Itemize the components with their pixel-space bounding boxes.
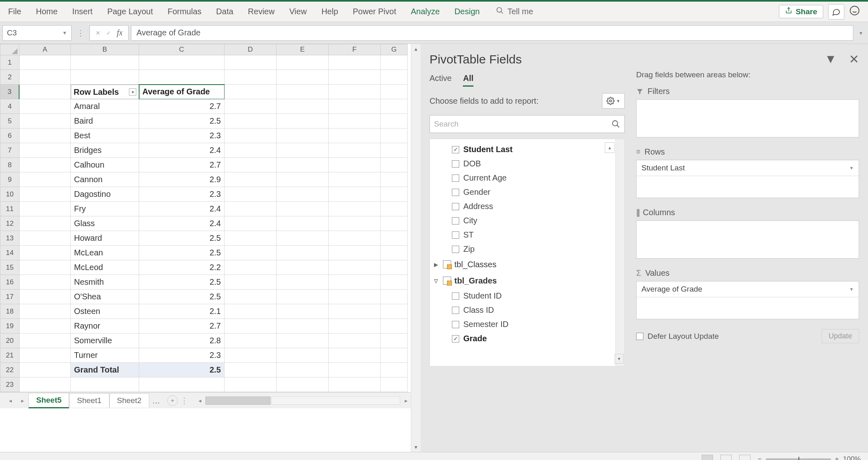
field-item[interactable]: Semester ID xyxy=(432,317,613,331)
cell[interactable] xyxy=(381,290,408,304)
cell[interactable] xyxy=(225,304,277,319)
field-item[interactable]: Gender xyxy=(432,185,613,199)
cell[interactable] xyxy=(225,143,277,158)
row-header[interactable]: 8 xyxy=(0,158,20,172)
cell[interactable] xyxy=(225,290,277,304)
grid-body[interactable]: 123Row Labels▾Average of Grade4Amaral2.7… xyxy=(0,55,411,392)
cell[interactable] xyxy=(225,216,277,231)
cell[interactable] xyxy=(277,363,329,377)
cell[interactable]: 2.7 xyxy=(139,158,225,172)
cell[interactable] xyxy=(277,246,329,260)
cell[interactable] xyxy=(381,114,408,129)
col-header-b[interactable]: B xyxy=(71,44,139,55)
row-header[interactable]: 13 xyxy=(0,231,20,246)
cell[interactable]: Nesmith xyxy=(71,275,139,290)
sheet-tab-sheet2[interactable]: Sheet2 xyxy=(109,393,149,408)
cell[interactable] xyxy=(329,304,381,319)
cell[interactable] xyxy=(20,334,71,348)
cell[interactable] xyxy=(329,114,381,129)
cell[interactable]: 2.3 xyxy=(139,348,225,363)
cell[interactable] xyxy=(225,377,277,392)
cell[interactable] xyxy=(20,85,71,99)
cell[interactable] xyxy=(381,158,408,172)
panel-tab-all[interactable]: All xyxy=(463,74,473,87)
row-header[interactable]: 23 xyxy=(0,377,20,392)
cell[interactable]: Grand Total xyxy=(71,363,139,377)
field-checkbox[interactable] xyxy=(452,174,459,182)
cell[interactable] xyxy=(225,363,277,377)
rows-dropzone[interactable]: Student Last ▼ xyxy=(636,160,859,198)
cell[interactable] xyxy=(225,275,277,290)
cell[interactable] xyxy=(329,348,381,363)
cell[interactable] xyxy=(20,377,71,392)
cell[interactable] xyxy=(381,99,408,114)
row-header[interactable]: 1 xyxy=(0,55,20,70)
cell[interactable] xyxy=(20,158,71,172)
cell[interactable] xyxy=(329,55,381,70)
cell[interactable] xyxy=(277,202,329,216)
cell[interactable] xyxy=(329,216,381,231)
tab-review[interactable]: Review xyxy=(248,7,275,16)
tab-nav-prev[interactable]: ◂ xyxy=(4,397,16,404)
tab-resize[interactable]: ⋮ xyxy=(178,396,191,405)
cell[interactable] xyxy=(381,319,408,334)
cell[interactable]: 2.5 xyxy=(139,290,225,304)
cell[interactable] xyxy=(20,70,71,85)
cell[interactable] xyxy=(277,143,329,158)
field-checkbox[interactable] xyxy=(452,321,459,328)
expand-icon[interactable]: ▸ xyxy=(434,259,440,269)
cell[interactable] xyxy=(329,187,381,202)
cell[interactable] xyxy=(71,55,139,70)
cell[interactable] xyxy=(277,231,329,246)
field-item[interactable]: Student ID xyxy=(432,289,613,303)
cell[interactable] xyxy=(381,143,408,158)
cell[interactable] xyxy=(277,70,329,85)
cell[interactable]: 2.4 xyxy=(139,143,225,158)
cell[interactable] xyxy=(277,187,329,202)
row-header[interactable]: 6 xyxy=(0,129,20,143)
cell[interactable] xyxy=(139,377,225,392)
field-checkbox[interactable] xyxy=(452,335,459,342)
comments-button[interactable] xyxy=(828,4,844,20)
row-header[interactable]: 22 xyxy=(0,363,20,377)
row-header[interactable]: 18 xyxy=(0,304,20,319)
cell[interactable]: Dagostino xyxy=(71,187,139,202)
cell[interactable] xyxy=(329,158,381,172)
cell[interactable] xyxy=(329,129,381,143)
filter-chevron-icon[interactable]: ▾ xyxy=(129,88,136,96)
vertical-scrollbar[interactable]: ▴ ▾ xyxy=(411,44,421,452)
cell[interactable] xyxy=(329,143,381,158)
cell[interactable] xyxy=(329,99,381,114)
rows-item-student-last[interactable]: Student Last ▼ xyxy=(637,160,859,176)
cell[interactable]: Amaral xyxy=(71,99,139,114)
field-checkbox[interactable] xyxy=(452,217,459,225)
cell[interactable]: O'Shea xyxy=(71,290,139,304)
cell[interactable]: 2.9 xyxy=(139,172,225,187)
col-header-e[interactable]: E xyxy=(277,44,329,55)
select-all-corner[interactable] xyxy=(0,44,20,55)
row-header[interactable]: 15 xyxy=(0,260,20,275)
cell[interactable] xyxy=(329,260,381,275)
name-box[interactable]: C3 ▼ xyxy=(2,25,72,41)
cell[interactable]: Bridges xyxy=(71,143,139,158)
hscroll-track[interactable] xyxy=(271,397,400,405)
zoom-value[interactable]: 100% xyxy=(843,455,861,460)
cell[interactable] xyxy=(381,70,408,85)
cell[interactable] xyxy=(20,216,71,231)
col-header-d[interactable]: D xyxy=(225,44,277,55)
field-item[interactable]: Class ID xyxy=(432,303,613,317)
field-item[interactable]: ST xyxy=(432,228,613,242)
formula-expand-icon[interactable]: ▾ xyxy=(856,30,866,36)
row-header[interactable]: 21 xyxy=(0,348,20,363)
cell[interactable]: 2.3 xyxy=(139,129,225,143)
cell[interactable] xyxy=(20,187,71,202)
cell[interactable] xyxy=(329,377,381,392)
values-item-average-of-grade[interactable]: Average of Grade ▼ xyxy=(637,281,859,297)
field-checkbox[interactable] xyxy=(452,189,459,196)
cell[interactable]: 2.7 xyxy=(139,99,225,114)
zoom-in-icon[interactable]: + xyxy=(835,455,839,460)
collapse-icon[interactable]: ▿ xyxy=(434,276,440,286)
cell[interactable] xyxy=(277,99,329,114)
tab-insert[interactable]: Insert xyxy=(72,7,93,16)
cell[interactable] xyxy=(20,231,71,246)
